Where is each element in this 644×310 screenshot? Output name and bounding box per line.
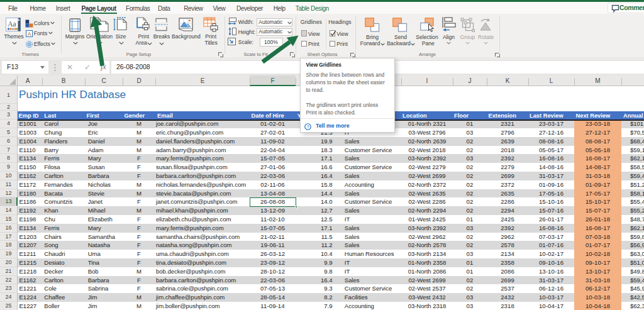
svg-text:A: A <box>28 31 31 37</box>
svg-text:Aa: Aa <box>8 20 16 28</box>
svg-text:?: ? <box>307 124 309 130</box>
